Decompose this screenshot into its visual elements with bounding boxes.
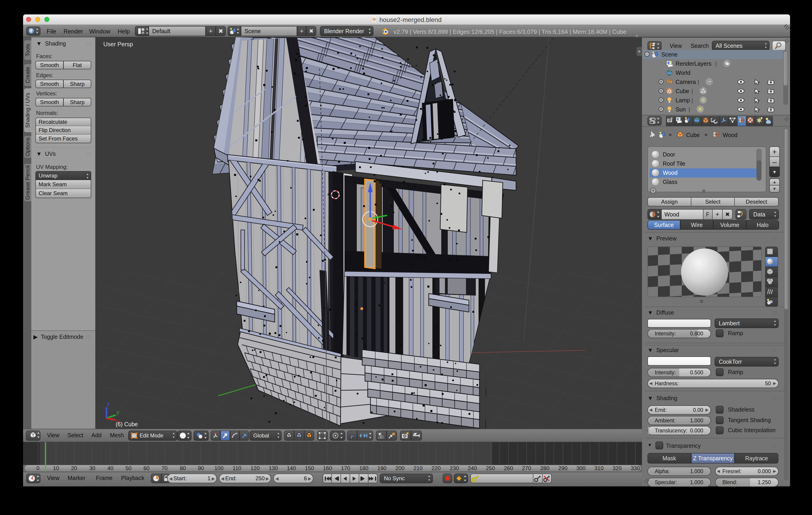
svg-text:280: 280 bbox=[540, 465, 549, 471]
svg-text:60: 60 bbox=[144, 465, 150, 471]
svg-text:30: 30 bbox=[89, 465, 95, 471]
svg-text:270: 270 bbox=[522, 465, 531, 471]
svg-text:180: 180 bbox=[359, 465, 369, 471]
svg-text:120: 120 bbox=[251, 465, 260, 471]
svg-text:220: 220 bbox=[432, 465, 441, 471]
svg-text:190: 190 bbox=[377, 465, 386, 471]
svg-text:310: 310 bbox=[594, 465, 604, 471]
svg-text:70: 70 bbox=[162, 465, 168, 471]
svg-text:170: 170 bbox=[341, 465, 350, 471]
svg-text:10: 10 bbox=[53, 465, 59, 471]
svg-text:320: 320 bbox=[612, 465, 621, 471]
svg-text:110: 110 bbox=[233, 465, 241, 471]
svg-text:240: 240 bbox=[468, 465, 477, 471]
svg-text:330: 330 bbox=[631, 465, 640, 471]
svg-text:230: 230 bbox=[450, 465, 459, 471]
svg-text:160: 160 bbox=[323, 465, 332, 471]
svg-text:y: y bbox=[117, 409, 119, 415]
svg-text:290: 290 bbox=[558, 465, 568, 471]
svg-text:0: 0 bbox=[36, 465, 39, 471]
svg-text:300: 300 bbox=[576, 465, 585, 471]
svg-text:150: 150 bbox=[305, 465, 314, 471]
svg-text:z: z bbox=[107, 401, 110, 407]
svg-text:200: 200 bbox=[395, 465, 405, 471]
svg-text:20: 20 bbox=[71, 465, 77, 471]
svg-text:50: 50 bbox=[125, 465, 132, 471]
svg-text:250: 250 bbox=[486, 465, 495, 471]
svg-text:100: 100 bbox=[214, 465, 224, 471]
svg-text:260: 260 bbox=[504, 465, 513, 471]
svg-text:80: 80 bbox=[180, 465, 186, 471]
svg-text:40: 40 bbox=[108, 465, 114, 471]
svg-text:140: 140 bbox=[287, 465, 296, 471]
svg-text:90: 90 bbox=[198, 465, 204, 471]
svg-text:210: 210 bbox=[413, 465, 423, 471]
svg-text:130: 130 bbox=[269, 465, 278, 471]
